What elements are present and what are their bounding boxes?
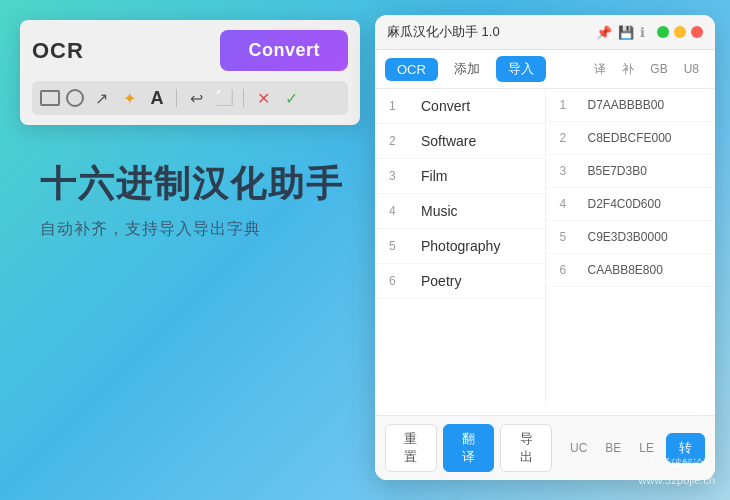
list-item-num: 4: [560, 197, 580, 211]
list-item-num: 5: [560, 230, 580, 244]
list-item-num: 6: [389, 274, 409, 288]
right-list-item[interactable]: 6 CAABB8E800: [546, 254, 716, 287]
save-icon[interactable]: 💾: [618, 25, 634, 40]
check-tool-icon[interactable]: ✓: [280, 87, 302, 109]
list-item-val: Software: [421, 133, 476, 149]
circle-tool-icon[interactable]: [66, 89, 84, 107]
tab-label-bu[interactable]: 补: [616, 57, 640, 82]
left-list-item[interactable]: 3 Film: [375, 159, 545, 194]
list-item-val: Film: [421, 168, 447, 184]
copy-tool-icon[interactable]: ⬜: [213, 87, 235, 109]
tab-ocr[interactable]: OCR: [385, 58, 438, 81]
convert-button[interactable]: Convert: [220, 30, 348, 71]
left-list: 1 Convert2 Software3 Film4 Music5 Photog…: [375, 89, 546, 404]
tab-import[interactable]: 导入: [496, 56, 546, 82]
list-item-num: 1: [389, 99, 409, 113]
list-item-num: 6: [560, 263, 580, 277]
list-item-num: 3: [389, 169, 409, 183]
tab-label-u8[interactable]: U8: [678, 58, 705, 80]
export-button[interactable]: 导出: [500, 424, 552, 472]
ocr-title: OCR: [32, 38, 84, 64]
left-list-item[interactable]: 4 Music: [375, 194, 545, 229]
ocr-panel: OCR Convert ↗ ✦ A ↩ ⬜ ✕ ✓: [20, 20, 360, 125]
text-tool-icon[interactable]: A: [146, 87, 168, 109]
left-list-item[interactable]: 6 Poetry: [375, 264, 545, 299]
list-item-num: 2: [560, 131, 580, 145]
list-item-val: D7AABBBB00: [588, 98, 665, 112]
watermark-text: 吾爱破解论坛www.52pojie.cn: [639, 457, 715, 486]
delete-tool-icon[interactable]: ✕: [252, 87, 274, 109]
toolbar: ↗ ✦ A ↩ ⬜ ✕ ✓: [32, 81, 348, 115]
list-item-val: D2F4C0D600: [588, 197, 661, 211]
uc-label[interactable]: UC: [564, 436, 593, 460]
list-item-val: C8EDBCFE000: [588, 131, 672, 145]
undo-tool-icon[interactable]: ↩: [185, 87, 207, 109]
left-list-item[interactable]: 1 Convert: [375, 89, 545, 124]
list-item-val: Music: [421, 203, 458, 219]
list-item-num: 1: [560, 98, 580, 112]
list-item-num: 2: [389, 134, 409, 148]
right-list-item[interactable]: 5 C9E3D3B0000: [546, 221, 716, 254]
main-title: 十六进制汉化助手: [40, 160, 344, 209]
separator-2: [243, 89, 244, 107]
reset-button[interactable]: 重置: [385, 424, 437, 472]
right-list-item[interactable]: 4 D2F4C0D600: [546, 188, 716, 221]
translate-button[interactable]: 翻译: [443, 424, 495, 472]
app-title: 麻瓜汉化小助手 1.0: [387, 23, 500, 41]
separator-1: [176, 89, 177, 107]
tab-label-gb[interactable]: GB: [644, 58, 673, 80]
list-item-val: C9E3D3B0000: [588, 230, 668, 244]
title-controls: 📌 💾 ℹ: [596, 25, 703, 40]
right-list-item[interactable]: 2 C8EDBCFE000: [546, 122, 716, 155]
list-item-val: B5E7D3B0: [588, 164, 647, 178]
left-list-item[interactable]: 5 Photography: [375, 229, 545, 264]
main-text-area: 十六进制汉化助手 自动补齐，支持导入导出字典: [40, 160, 344, 240]
tab-add[interactable]: 添加: [442, 56, 492, 82]
list-item-val: Photography: [421, 238, 500, 254]
right-list: 1 D7AABBBB002 C8EDBCFE0003 B5E7D3B04 D2F…: [546, 89, 716, 404]
list-item-num: 3: [560, 164, 580, 178]
right-list-item[interactable]: 3 B5E7D3B0: [546, 155, 716, 188]
left-list-item[interactable]: 2 Software: [375, 124, 545, 159]
title-bar: 麻瓜汉化小助手 1.0 📌 💾 ℹ: [375, 15, 715, 50]
yellow-traffic-light[interactable]: [674, 26, 686, 38]
arrow-tool-icon[interactable]: ↗: [90, 87, 112, 109]
main-subtitle: 自动补齐，支持导入导出字典: [40, 219, 344, 240]
list-item-num: 5: [389, 239, 409, 253]
rect-tool-icon[interactable]: [40, 90, 60, 106]
stamp-tool-icon[interactable]: ✦: [118, 87, 140, 109]
tab-bar: OCR 添加 导入 译 补 GB U8: [375, 50, 715, 89]
tab-label-yi[interactable]: 译: [588, 57, 612, 82]
list-item-val: Poetry: [421, 273, 461, 289]
red-traffic-light[interactable]: [691, 26, 703, 38]
green-traffic-light[interactable]: [657, 26, 669, 38]
be-label[interactable]: BE: [599, 436, 627, 460]
list-item-num: 4: [389, 204, 409, 218]
watermark: 吾爱破解论坛www.52pojie.cn: [639, 455, 715, 488]
list-item-val: Convert: [421, 98, 470, 114]
app-window: 麻瓜汉化小助手 1.0 📌 💾 ℹ OCR 添加 导入 译 补 GB U8 1 …: [375, 15, 715, 480]
list-item-val: CAABB8E800: [588, 263, 663, 277]
right-list-item[interactable]: 1 D7AABBBB00: [546, 89, 716, 122]
traffic-lights: [657, 26, 703, 38]
info-icon[interactable]: ℹ: [640, 25, 645, 40]
pin-icon[interactable]: 📌: [596, 25, 612, 40]
ocr-header: OCR Convert: [32, 30, 348, 71]
content-area: 1 Convert2 Software3 Film4 Music5 Photog…: [375, 89, 715, 404]
